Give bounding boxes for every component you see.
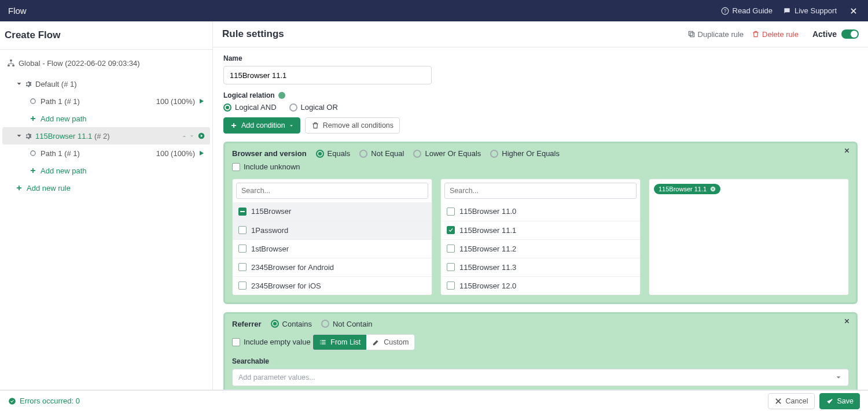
remove-all-label: Remove all conditions: [323, 121, 393, 129]
list-item[interactable]: 1stBrowser: [233, 239, 432, 258]
search-input[interactable]: [236, 183, 428, 199]
list-item[interactable]: 115Browser 11.3: [441, 258, 640, 276]
cancel-button[interactable]: Cancel: [768, 393, 815, 409]
sidebar-path[interactable]: Path 1 (# 1) 100 (100%): [2, 92, 210, 110]
checkbox-icon: [232, 338, 240, 346]
svg-point-7: [31, 151, 35, 155]
include-unknown-checkbox[interactable]: Include unknown: [232, 162, 300, 171]
list-item[interactable]: 115Browser 11.0: [441, 202, 640, 221]
plus-icon: [29, 114, 37, 123]
add-condition-button[interactable]: Add condition: [223, 117, 300, 134]
sidebar-add-path[interactable]: Add new path: [2, 110, 210, 127]
add-path-label: Add new path: [41, 166, 87, 175]
chip-remove-icon[interactable]: [710, 186, 716, 192]
radio-icon: [223, 103, 231, 112]
play-icon[interactable]: [197, 97, 205, 105]
duplicate-rule-button[interactable]: Duplicate rule: [687, 30, 744, 39]
checkbox-icon: [447, 208, 455, 216]
save-button[interactable]: Save: [819, 393, 860, 409]
read-guide-link[interactable]: ? Read Guide: [721, 6, 773, 15]
list-item-label: 115Browser 11.0: [459, 207, 516, 216]
svg-point-5: [31, 99, 35, 103]
include-empty-checkbox[interactable]: Include empty value: [232, 338, 311, 346]
custom-tab[interactable]: Custom: [366, 335, 414, 350]
chat-icon: [783, 7, 791, 15]
selected-chip[interactable]: 115Browser 11.1: [654, 184, 720, 194]
live-support-link[interactable]: Live Support: [783, 6, 837, 15]
browser-family-column: 115Browser1Password1stBrowser2345Browser…: [232, 179, 432, 295]
help-icon[interactable]: [278, 92, 285, 99]
list-item[interactable]: 115Browser 11.1: [441, 221, 640, 239]
include-empty-label: Include empty value: [244, 338, 311, 346]
list-item[interactable]: 115Browser: [233, 202, 432, 221]
plus-icon: [230, 121, 238, 129]
sidebar-root-label: Global - Flow (2022-06-02 09:03:34): [19, 59, 140, 68]
sitemap-icon: [7, 59, 15, 67]
delete-rule-button[interactable]: Delete rule: [752, 30, 799, 39]
chip-label: 115Browser 11.1: [659, 186, 707, 192]
logic-or-label: Logical OR: [301, 103, 338, 112]
active-toggle[interactable]: [841, 29, 859, 39]
errors-label: Errors occurred: 0: [20, 397, 80, 405]
selected-chips-column: 115Browser 11.1: [649, 179, 849, 295]
list-item-label: 115Browser 11.3: [459, 263, 516, 272]
remove-all-button[interactable]: Remove all conditions: [305, 117, 400, 134]
sidebar-path[interactable]: Path 1 (# 1) 100 (100%): [2, 145, 210, 162]
browser-version-column: 115Browser 11.0115Browser 11.1115Browser…: [440, 179, 641, 295]
check-circle-icon: [8, 397, 16, 405]
svg-rect-9: [689, 31, 693, 35]
condition-remove-button[interactable]: [844, 147, 850, 155]
sidebar-add-path[interactable]: Add new path: [2, 162, 210, 179]
cancel-label: Cancel: [786, 397, 808, 405]
close-icon: [849, 7, 858, 15]
op-contains[interactable]: Contains: [271, 320, 312, 328]
play-circle-icon[interactable]: [197, 132, 205, 140]
rule-name: 115Browser 11.1: [35, 132, 92, 140]
list-item-label: 115Browser 11.1: [459, 226, 516, 235]
condition-title: Referrer: [232, 320, 262, 328]
gear-icon[interactable]: [24, 80, 32, 88]
svg-point-11: [9, 398, 16, 405]
save-label: Save: [837, 397, 854, 405]
sidebar-rule-default[interactable]: Default (# 1): [2, 75, 210, 92]
list-item-label: 115Browser 12.0: [459, 282, 516, 290]
list-item[interactable]: 2345Browser for iOS: [233, 276, 432, 295]
pencil-icon: [372, 338, 380, 346]
close-icon: [844, 147, 850, 154]
play-icon[interactable]: [197, 149, 205, 157]
chevron-down-icon: [15, 132, 23, 140]
checkbox-icon: [447, 282, 455, 290]
list-item[interactable]: 1Password: [233, 221, 432, 239]
reorder-icons[interactable]: [181, 133, 195, 139]
list-item[interactable]: 2345Browser for Android: [233, 258, 432, 276]
op-not-contain[interactable]: Not Contain: [321, 320, 373, 328]
logic-label: Logical relation: [223, 91, 275, 99]
radio-icon: [321, 320, 329, 328]
list-item-label: 1Password: [251, 226, 288, 235]
include-unknown-label: Include unknown: [244, 162, 300, 171]
chevron-down-icon: [289, 123, 294, 128]
checkbox-icon: [238, 245, 247, 253]
logic-and-radio[interactable]: Logical AND: [223, 103, 277, 112]
search-input[interactable]: [444, 183, 637, 199]
gear-icon[interactable]: [24, 132, 32, 140]
sidebar-root[interactable]: Global - Flow (2022-06-02 09:03:34): [2, 54, 210, 72]
op-lower-equals[interactable]: Lower Or Equals: [413, 149, 481, 158]
rule-name-input[interactable]: [223, 66, 432, 84]
op-equals[interactable]: Equals: [316, 149, 351, 158]
checkbox-icon: [238, 282, 247, 290]
op-not-equal[interactable]: Not Equal: [359, 149, 404, 158]
list-item[interactable]: 115Browser 12.0: [441, 276, 640, 295]
close-button[interactable]: [847, 5, 860, 17]
logic-or-radio[interactable]: Logical OR: [289, 103, 338, 112]
sidebar-add-rule[interactable]: Add new rule: [2, 179, 210, 197]
plus-icon: [15, 184, 23, 192]
checkbox-icon: [238, 226, 247, 234]
op-higher-equals[interactable]: Higher Or Equals: [490, 149, 560, 158]
condition-remove-button[interactable]: [844, 317, 850, 326]
list-item[interactable]: 115Browser 11.2: [441, 239, 640, 258]
sidebar-rule-selected[interactable]: 115Browser 11.1 (# 2): [2, 127, 210, 145]
plus-icon: [29, 166, 37, 175]
parameter-values-dropdown[interactable]: Add parameter values...: [232, 369, 849, 386]
from-list-tab[interactable]: From List: [313, 335, 366, 350]
